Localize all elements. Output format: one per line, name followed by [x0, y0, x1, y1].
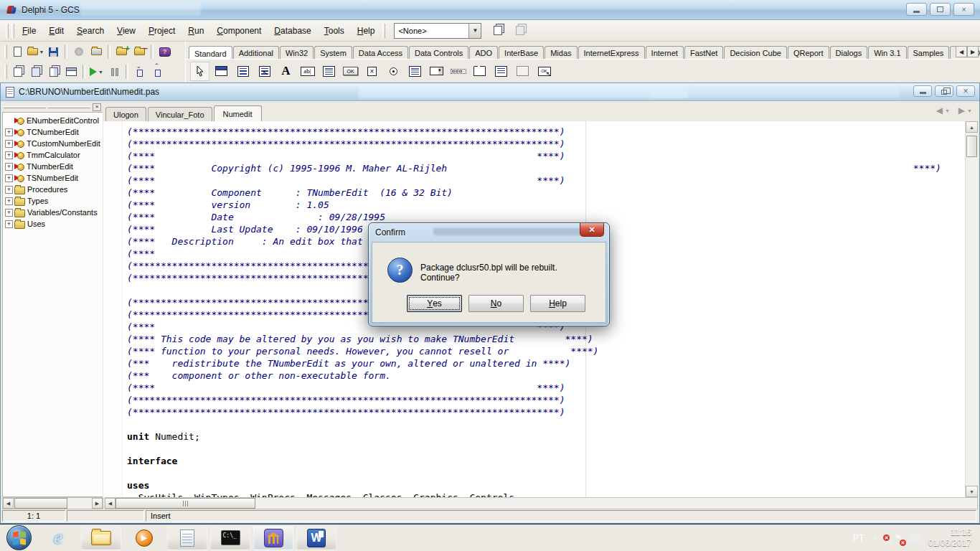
- palette-tab-samples[interactable]: Samples: [908, 46, 950, 59]
- menu-tools[interactable]: Tools: [318, 22, 351, 39]
- menu-file[interactable]: File: [16, 22, 42, 39]
- clock[interactable]: 11:16 01/06/2017: [928, 527, 971, 549]
- scroll-down-icon[interactable]: ▼: [966, 486, 978, 497]
- explorer-close-icon[interactable]: ×: [93, 103, 101, 111]
- component-radio-button[interactable]: [384, 62, 403, 81]
- scroll-right-icon[interactable]: ▶: [967, 46, 979, 57]
- help-book-button[interactable]: ?: [156, 44, 174, 60]
- open-file-button[interactable]: ▼: [27, 44, 44, 60]
- palette-tab-data-access[interactable]: Data Access: [353, 46, 408, 59]
- palette-tab-interbase[interactable]: InterBase: [499, 46, 544, 59]
- taskbar-app-internet-explorer[interactable]: e: [38, 526, 78, 550]
- component-listbox[interactable]: [405, 62, 425, 81]
- yes-button[interactable]: Yes: [407, 295, 462, 312]
- toolbar-grip[interactable]: [382, 24, 385, 38]
- toolbar-grip[interactable]: [4, 65, 7, 79]
- open-project-button[interactable]: [88, 44, 105, 60]
- palette-tab-data-controls[interactable]: Data Controls: [409, 46, 468, 59]
- tree-item-tsnumberedit[interactable]: +TSNumberEdit: [3, 172, 103, 184]
- palette-tab-system[interactable]: System: [314, 46, 352, 59]
- expand-icon[interactable]: +: [5, 197, 13, 205]
- maximize-button[interactable]: [930, 3, 951, 16]
- toolbar-grip[interactable]: [4, 44, 7, 59]
- toolbar-grip[interactable]: [11, 24, 14, 38]
- component-panel[interactable]: [513, 62, 532, 81]
- network-icon[interactable]: [910, 534, 920, 542]
- hidden-icons-icon[interactable]: ▲: [872, 534, 878, 542]
- forward-icon[interactable]: ▶: [958, 105, 965, 116]
- component-memo[interactable]: [319, 62, 339, 81]
- editor-restore-button[interactable]: [935, 85, 953, 97]
- save-file-button[interactable]: [44, 44, 62, 60]
- scrollbar-thumb[interactable]: [116, 498, 255, 509]
- trace-into-button[interactable]: [131, 64, 149, 80]
- tree-item-tnumberedit[interactable]: +TNumberEdit: [3, 161, 103, 172]
- scrollbar-thumb[interactable]: [966, 136, 977, 157]
- minimize-button[interactable]: [906, 3, 927, 16]
- component-button-ok[interactable]: OK: [341, 62, 360, 81]
- taskbar-app-delphi[interactable]: [253, 526, 293, 550]
- palette-tab-internetexpress[interactable]: InternetExpress: [578, 46, 645, 59]
- expand-icon[interactable]: +: [5, 151, 13, 159]
- tree-item-tcnumberedit[interactable]: +TCNumberEdit: [3, 126, 103, 138]
- pause-button[interactable]: [105, 64, 123, 80]
- taskbar-app-word[interactable]: W: [296, 526, 336, 550]
- menu-help[interactable]: Help: [351, 22, 382, 39]
- vertical-scrollbar[interactable]: ▲ ▼: [965, 121, 978, 497]
- taskbar-app-command-prompt[interactable]: C:\_: [210, 526, 250, 550]
- no-button[interactable]: No: [468, 295, 524, 312]
- tree-item-variables-constants[interactable]: +Variables/Constants: [3, 207, 103, 218]
- component-combobox[interactable]: [427, 62, 446, 81]
- editor-tab-ulogon[interactable]: Ulogon: [105, 107, 146, 121]
- dialog-close-button[interactable]: ✕: [580, 223, 604, 237]
- expand-icon[interactable]: +: [5, 140, 13, 148]
- taskbar-app-media-player[interactable]: ▶: [124, 526, 164, 550]
- scroll-left-icon[interactable]: ◀: [3, 498, 14, 509]
- explorer-hscrollbar[interactable]: ◀ ▶: [2, 497, 103, 509]
- editor-minimize-button[interactable]: [913, 85, 932, 97]
- new-file-button[interactable]: [9, 44, 27, 60]
- menu-search[interactable]: Search: [70, 22, 110, 39]
- editor-titlebar[interactable]: C:\BRUNO\NumberEdit\Numedit.pas ×: [1, 83, 979, 101]
- combo-dropdown-icon[interactable]: ▼: [468, 24, 481, 38]
- set-debug-desktop-button[interactable]: [511, 22, 529, 39]
- remove-file-button[interactable]: –: [131, 44, 149, 60]
- component-main-menu[interactable]: [233, 62, 253, 81]
- scroll-left-icon[interactable]: ◀: [956, 46, 967, 57]
- component-cursor[interactable]: [190, 62, 209, 81]
- taskbar-app-windows-explorer[interactable]: [81, 526, 121, 550]
- component-checkbox[interactable]: ×: [362, 62, 382, 81]
- toggle-form-unit-button[interactable]: [44, 64, 62, 80]
- component-groupbox[interactable]: [470, 62, 489, 81]
- main-titlebar[interactable]: Delphi 5 - GCS ×: [0, 0, 980, 20]
- view-form-button[interactable]: [27, 64, 44, 80]
- expand-icon[interactable]: +: [5, 163, 13, 171]
- menu-component[interactable]: Component: [210, 22, 268, 39]
- palette-tab-win-3-1[interactable]: Win 3.1: [868, 46, 906, 59]
- back-dropdown-icon[interactable]: ▼: [945, 108, 950, 113]
- palette-tab-fastnet[interactable]: FastNet: [684, 46, 724, 59]
- toolbar-grip[interactable]: [6, 24, 9, 38]
- expand-icon[interactable]: +: [5, 186, 13, 194]
- close-button[interactable]: ×: [953, 3, 974, 16]
- action-center-flag-icon[interactable]: ⚑✕: [894, 532, 903, 543]
- component-action-list[interactable]: OK: [534, 62, 554, 81]
- menu-view[interactable]: View: [110, 22, 142, 39]
- step-over-button[interactable]: [149, 64, 166, 80]
- tree-item-procedures[interactable]: +Procedures: [3, 184, 103, 195]
- view-unit-button[interactable]: [9, 64, 27, 80]
- palette-tab-additional[interactable]: Additional: [233, 46, 279, 59]
- component-popup-menu[interactable]: [255, 62, 274, 81]
- component-edit[interactable]: ab|: [298, 62, 317, 81]
- run-button[interactable]: ▼: [88, 64, 105, 80]
- expand-icon[interactable]: +: [5, 174, 13, 182]
- help-button[interactable]: Help: [530, 295, 585, 312]
- menu-project[interactable]: Project: [142, 22, 182, 39]
- tree-item-uses[interactable]: +Uses: [3, 218, 103, 230]
- save-desktop-button[interactable]: [489, 22, 507, 39]
- desktop-layout-combo[interactable]: <None> ▼: [394, 23, 481, 39]
- tree-item-types[interactable]: +Types: [3, 195, 103, 207]
- scroll-left-icon[interactable]: ◀: [105, 498, 116, 509]
- taskbar-app-notepad[interactable]: [167, 526, 207, 550]
- tree-item-enumbereditcontrol[interactable]: ENumberEditControl: [3, 115, 103, 126]
